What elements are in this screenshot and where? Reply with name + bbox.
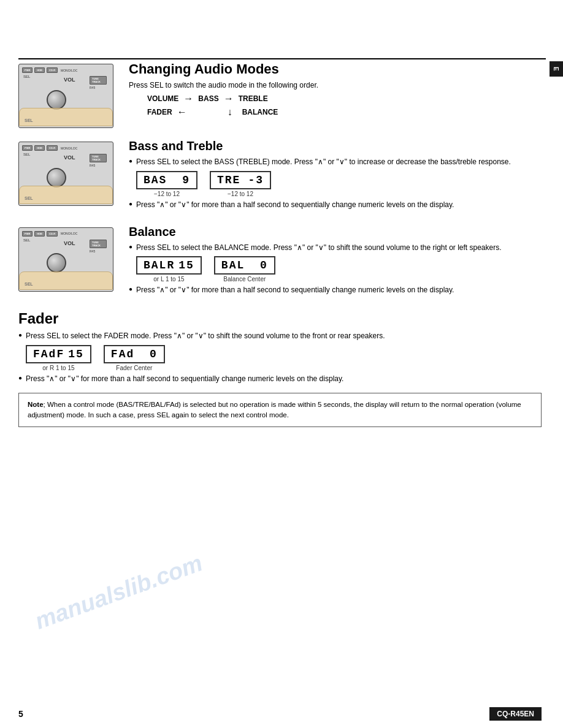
note-label: Note xyxy=(28,401,44,408)
fadf-sublabel: or R 1 to 15 xyxy=(26,365,91,371)
bal-display-wrap: BAL 0 Balance Center xyxy=(214,256,275,282)
note-box: Note; When a control mode (BAS/TRE/BAL/F… xyxy=(18,393,542,428)
balance-title: Balance xyxy=(129,225,542,239)
changing-title: Changing Audio Modes xyxy=(129,61,542,77)
page-footer: 5 CQ-R45EN xyxy=(18,707,542,721)
balance-bullet1: Press SEL to select the BALANCE mode. Pr… xyxy=(129,243,542,253)
balance-bullet2: Press "∧" or "∨" for more than a half se… xyxy=(129,285,542,295)
hdb-btn3: HDB xyxy=(34,231,45,237)
fader-bullet1: Press SEL to select the FADER mode. Pres… xyxy=(18,331,542,341)
tab-letter-e: E xyxy=(552,67,560,72)
section-changing-audio-modes: PWR HDB CD-R MONO/LOC SEL VOL TUNETRACK … xyxy=(18,61,542,128)
pwr-btn2: PWR xyxy=(22,145,33,151)
fad-display: FAd 0 xyxy=(104,345,165,363)
tre-range: −12 to 12 xyxy=(210,191,271,197)
bas-val: 9 xyxy=(182,174,190,186)
bal-val: 0 xyxy=(260,259,268,271)
note-text: When a control mode (BAS/TRE/BAL/FAd) is… xyxy=(28,401,521,419)
balance-display-row: BALR 15 or L 1 to 15 BAL 0 Balance Cente… xyxy=(136,256,542,282)
flow-arrow4: ↓ xyxy=(228,107,232,118)
section-bass-treble: PWR HDB CD-R MONO/LOC SEL VOL TUNETRACK … xyxy=(18,139,542,214)
fad-sublabel: Fader Center xyxy=(104,365,165,371)
device-sketch-2: PWR HDB CD-R MONO/LOC SEL VOL TUNETRACK … xyxy=(18,142,113,206)
tre-display: TRE -3 xyxy=(210,171,271,189)
flow-fader: FADER xyxy=(147,108,172,116)
section-fader: Fader Press SEL to select the FADER mode… xyxy=(18,310,542,384)
flow-volume: VOLUME xyxy=(147,94,178,103)
balr-sublabel: or L 1 to 15 xyxy=(136,276,202,282)
tre-text: TRE xyxy=(217,174,240,186)
flow-row2: FADER ← ↓ BALANCE xyxy=(147,107,542,118)
language-side-tab: E N G L I S H 2 xyxy=(550,61,563,77)
balr-text: BALR xyxy=(144,259,175,271)
device-sketch-1: PWR HDB CD-R MONO/LOC SEL VOL TUNETRACK … xyxy=(18,64,113,128)
fadf-text: FAdF xyxy=(33,348,64,360)
fadf-display: FAdF 15 xyxy=(26,345,91,363)
bas-display: BAS 9 xyxy=(136,171,197,189)
bal-text: BAL xyxy=(221,259,245,271)
section-image-bass: PWR HDB CD-R MONO/LOC SEL VOL TUNETRACK … xyxy=(18,142,117,206)
main-content: PWR HDB CD-R MONO/LOC SEL VOL TUNETRACK … xyxy=(18,61,542,710)
bass-bullet2: Press "∧" or "∨" for more than a half se… xyxy=(129,200,542,210)
changing-intro: Press SEL to switch the audio mode in th… xyxy=(129,81,542,89)
fader-title: Fader xyxy=(18,310,542,327)
section-text-bass: Bass and Treble Press SEL to select the … xyxy=(129,139,542,214)
top-divider xyxy=(18,58,546,59)
balr-display-wrap: BALR 15 or L 1 to 15 xyxy=(136,256,202,282)
balr-val: 15 xyxy=(178,259,194,271)
fader-display-row: FAdF 15 or R 1 to 15 FAd 0 Fader Center xyxy=(26,345,542,371)
section-image-changing: PWR HDB CD-R MONO/LOC SEL VOL TUNETRACK … xyxy=(18,64,117,128)
flow-arrow1: → xyxy=(183,93,193,104)
section-text-changing: Changing Audio Modes Press SEL to switch… xyxy=(129,61,542,118)
section-balance: PWR HDB CD-R MONO/LOC SEL VOL TUNETRACK … xyxy=(18,225,542,300)
flow-bass: BASS xyxy=(198,94,218,103)
section-text-balance: Balance Press SEL to select the BALANCE … xyxy=(129,225,542,300)
cd-btn3: CD-R xyxy=(47,231,58,237)
bass-display-row: BAS 9 −12 to 12 TRE -3 −12 to 12 xyxy=(136,171,542,197)
cd-btn: CD-R xyxy=(47,67,58,73)
flow-arrow2: → xyxy=(224,93,234,104)
page-number: 5 xyxy=(18,709,23,719)
fadf-display-wrap: FAdF 15 or R 1 to 15 xyxy=(26,345,91,371)
hdb-btn2: HDB xyxy=(34,145,45,151)
bass-title: Bass and Treble xyxy=(129,139,542,153)
flow-arrow3: ← xyxy=(177,107,187,118)
flow-row1: VOLUME → BASS → TREBLE xyxy=(147,93,542,104)
bal-sublabel: Balance Center xyxy=(214,276,275,282)
device-sketch-3: PWR HDB CD-R MONO/LOC SEL VOL TUNETRACK … xyxy=(18,227,113,292)
fadf-val: 15 xyxy=(68,348,84,360)
fad-display-wrap: FAd 0 Fader Center xyxy=(104,345,165,371)
cd-btn2: CD-R xyxy=(47,145,58,151)
balr-display: BALR 15 xyxy=(136,256,202,275)
tre-val: -3 xyxy=(248,174,264,186)
fader-bullet2: Press "∧" or "∨" for more than a half se… xyxy=(18,374,542,384)
bas-range: −12 to 12 xyxy=(136,191,197,197)
tab-letter-n: N xyxy=(543,66,551,71)
flow-balance: BALANCE xyxy=(242,108,278,116)
model-tag: CQ-R45EN xyxy=(489,707,542,721)
tre-display-wrap: TRE -3 −12 to 12 xyxy=(210,171,271,197)
hdb-btn: HDB xyxy=(34,67,45,73)
bas-display-wrap: BAS 9 −12 to 12 xyxy=(136,171,197,197)
pwr-btn: PWR xyxy=(22,67,33,73)
fad-val: 0 xyxy=(150,348,158,360)
section-image-balance: PWR HDB CD-R MONO/LOC SEL VOL TUNETRACK … xyxy=(18,227,117,292)
pwr-btn3: PWR xyxy=(22,231,33,237)
flow-treble: TREBLE xyxy=(239,94,268,103)
bal-display: BAL 0 xyxy=(214,256,275,275)
bass-bullet1: Press SEL to select the BASS (TREBLE) mo… xyxy=(129,157,542,167)
fad-text: FAd xyxy=(111,348,134,360)
bas-text: BAS xyxy=(144,174,167,186)
